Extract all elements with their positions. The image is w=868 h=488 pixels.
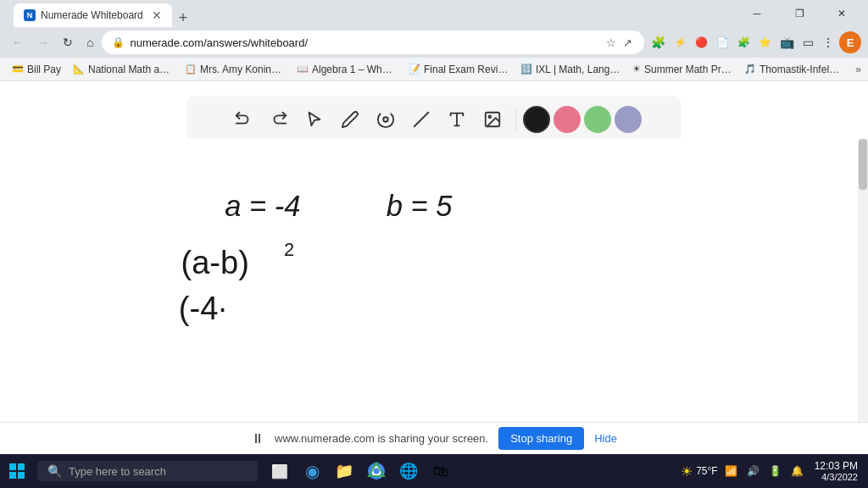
edge-button[interactable]: 🌐 [393, 454, 424, 488]
bookmark-ixl-label: IXL | Math, Languag... [536, 64, 620, 75]
summer-math-icon: ☀ [632, 64, 641, 75]
address-bar: ← → ↻ ⌂ 🔒 numerade.com/answers/whiteboar… [0, 27, 868, 58]
color-black[interactable] [523, 106, 550, 133]
canvas-area[interactable]: a = -4 b = 5 (a-b) 2 (-4· [0, 139, 868, 454]
chrome-button[interactable] [361, 454, 392, 488]
bookmark-bill-pay-label: Bill Pay [27, 64, 61, 75]
store-button[interactable]: 🛍 [426, 454, 456, 488]
color-pink[interactable] [554, 106, 581, 133]
home-button[interactable]: ⌂ [81, 32, 98, 53]
taskbar-search-icon: 🔍 [47, 464, 62, 478]
national-math-icon: 📐 [73, 64, 85, 75]
weather-temp: 75°F [696, 465, 717, 477]
final-exam-icon: 📝 [409, 64, 420, 75]
back-button[interactable]: ← [7, 32, 29, 53]
tools-button[interactable] [370, 103, 402, 136]
window-controls: ─ ❐ ✕ [737, 0, 861, 27]
star-button[interactable]: ☆ [604, 35, 618, 51]
redo-button[interactable] [263, 103, 295, 136]
file-explorer-button[interactable]: 📁 [329, 454, 359, 488]
extension2-button[interactable]: 🔴 [692, 33, 711, 52]
algebra1-icon: 📖 [297, 64, 309, 75]
bookmark-algebra1[interactable]: 📖 Algebra 1 – When... [292, 62, 402, 77]
clock-date: 4/3/2022 [815, 472, 858, 482]
tab-close-button[interactable]: ✕ [152, 8, 162, 22]
bookmark-summer-math-label: Summer Math Pract... [644, 64, 732, 75]
color-green[interactable] [584, 106, 611, 133]
cortana-button[interactable]: ◉ [297, 454, 327, 488]
task-view-button[interactable]: ⬜ [264, 454, 295, 488]
sidebar-button[interactable]: ▭ [799, 32, 817, 53]
taskbar-right: ☀ 75°F 📶 🔊 🔋 🔔 12:03 PM 4/3/2022 [681, 460, 868, 482]
refresh-button[interactable]: ↻ [58, 32, 78, 53]
taskbar-search-box[interactable]: 🔍 Type here to search [37, 461, 258, 481]
extension5-button[interactable]: ⭐ [755, 33, 775, 52]
line-tool-button[interactable] [405, 103, 437, 136]
start-button[interactable] [0, 454, 34, 488]
url-box[interactable]: 🔒 numerade.com/answers/whiteboard/ ☆ ↗ [102, 30, 644, 54]
volume-icon[interactable]: 🔊 [743, 461, 764, 481]
cast-button[interactable]: 📺 [776, 32, 798, 53]
extension1-button[interactable]: ⚡ [670, 33, 690, 52]
share-indicator: ⏸ [251, 431, 264, 446]
svg-rect-12 [18, 463, 25, 470]
extension4-button[interactable]: 🧩 [734, 33, 754, 52]
lock-icon: 🔒 [112, 36, 125, 48]
main-content: a = -4 b = 5 (a-b) 2 (-4· ⏸ www.numerade… [0, 81, 868, 454]
share-url-button[interactable]: ↗ [621, 35, 634, 51]
taskbar-search-placeholder: Type here to search [69, 465, 166, 478]
new-tab-button[interactable]: + [172, 9, 195, 27]
hide-button[interactable]: Hide [594, 432, 617, 445]
stop-sharing-button[interactable]: Stop sharing [498, 427, 584, 450]
clock-widget[interactable]: 12:03 PM 4/3/2022 [811, 460, 861, 482]
bookmark-bill-pay[interactable]: 💳 Bill Pay [7, 62, 66, 77]
close-button[interactable]: ✕ [822, 0, 861, 27]
bookmark-final-exam[interactable]: 📝 Final Exam Review -... [403, 62, 514, 77]
select-tool-button[interactable] [298, 103, 331, 136]
svg-rect-14 [18, 472, 25, 479]
undo-button[interactable] [227, 103, 259, 136]
bookmark-final-exam-label: Final Exam Review -... [424, 64, 509, 75]
image-tool-button[interactable] [476, 103, 509, 136]
tab-favicon: N [24, 9, 36, 21]
minimize-button[interactable]: ─ [737, 0, 776, 27]
menu-button[interactable]: ⋮ [819, 32, 837, 53]
taskbar: 🔍 Type here to search ⬜ ◉ 📁 🌐 🛍 [0, 454, 868, 488]
extensions-button[interactable]: 🧩 [648, 32, 669, 53]
color-purple[interactable] [615, 106, 642, 133]
svg-text:b = 5: b = 5 [387, 190, 453, 222]
bookmarks-more[interactable]: » [855, 64, 861, 75]
whiteboard-toolbar [188, 97, 680, 142]
weather-widget[interactable]: ☀ 75°F [681, 463, 717, 480]
svg-text:(a-b): (a-b) [181, 245, 248, 280]
bookmark-summer-math[interactable]: ☀ Summer Math Pract... [627, 62, 737, 77]
mrs-amy-icon: 📋 [185, 64, 197, 75]
clock-time: 12:03 PM [815, 460, 858, 472]
ixl-icon: 🔢 [520, 64, 532, 75]
bookmark-national-math[interactable]: 📐 National Math and... [68, 62, 178, 77]
pencil-tool-button[interactable] [334, 103, 366, 136]
bookmark-mrs-amy[interactable]: 📋 Mrs. Amy Koning -... [180, 62, 290, 77]
extension3-button[interactable]: 📄 [713, 33, 732, 52]
bookmark-mrs-amy-label: Mrs. Amy Koning -... [200, 64, 285, 75]
text-tool-button[interactable] [441, 103, 473, 136]
forward-button[interactable]: → [32, 32, 54, 53]
battery-icon[interactable]: 🔋 [765, 461, 786, 481]
bookmark-thomastik[interactable]: 🎵 Thomastik-Infeld C... [739, 62, 849, 77]
profile-button[interactable]: E [839, 31, 861, 53]
screen-share-bar: ⏸ www.numerade.com is sharing your scree… [0, 422, 868, 454]
scrollbar[interactable] [858, 139, 868, 422]
tab-title: Numerade Whiteboard [41, 9, 143, 21]
scrollbar-thumb[interactable] [859, 139, 867, 190]
system-icons: 📶 🔊 🔋 🔔 [721, 461, 808, 481]
active-tab[interactable]: N Numerade Whiteboard ✕ [14, 3, 172, 27]
svg-text:(-4·: (-4· [179, 291, 227, 326]
browser-toolbar: 🧩 ⚡ 🔴 📄 🧩 ⭐ 📺 ▭ ⋮ E [648, 31, 861, 53]
maximize-button[interactable]: ❐ [780, 0, 819, 27]
whiteboard-canvas[interactable]: a = -4 b = 5 (a-b) 2 (-4· [0, 139, 868, 454]
network-icon[interactable]: 📶 [721, 461, 742, 481]
svg-rect-11 [9, 463, 16, 470]
bill-pay-icon: 💳 [12, 64, 24, 75]
notifications-icon[interactable]: 🔔 [787, 461, 808, 481]
bookmark-ixl[interactable]: 🔢 IXL | Math, Languag... [515, 62, 626, 77]
